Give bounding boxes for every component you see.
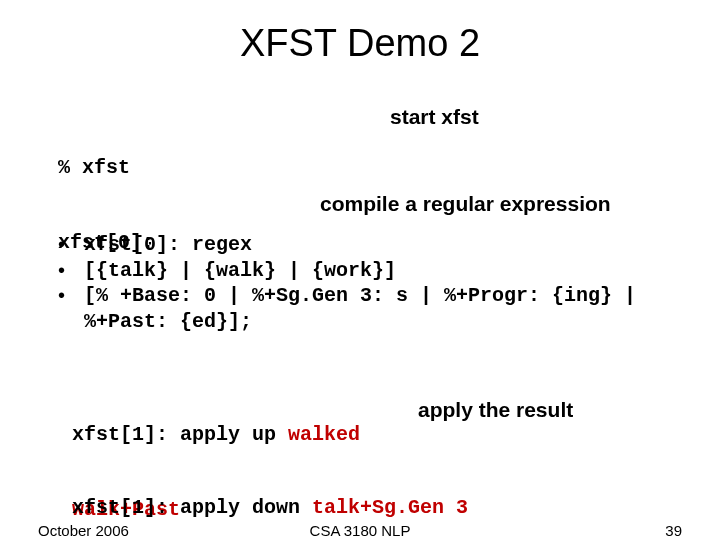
bullet-item: • [{talk} | {walk} | {work}] <box>58 258 678 284</box>
footer-course: CSA 3180 NLP <box>0 522 720 539</box>
bullet-list: • xfst[0]: regex • [{talk} | {walk} | {w… <box>58 232 678 334</box>
annotation-start: start xfst <box>390 105 479 129</box>
annotation-apply: apply the result <box>418 398 573 422</box>
bullet-text: [{talk} | {walk} | {work}] <box>84 258 396 284</box>
bullet-text: xfst[0]: regex <box>84 232 252 258</box>
slide: XFST Demo 2 % xfst xfst[0]: start xfst c… <box>0 0 720 540</box>
annotation-compile: compile a regular expression <box>320 192 611 216</box>
code-arg: walked <box>288 423 360 446</box>
slide-title: XFST Demo 2 <box>0 22 720 65</box>
bullet-text: [% +Base: 0 | %+Sg.Gen 3: s | %+Progr: {… <box>84 283 678 334</box>
code-line: xfst[1]: apply down talk+Sg.Gen 3 <box>72 495 468 520</box>
bullet-dot-icon: • <box>58 232 84 258</box>
bullet-item: • [% +Base: 0 | %+Sg.Gen 3: s | %+Progr:… <box>58 283 678 334</box>
bullet-item: • xfst[0]: regex <box>58 232 678 258</box>
footer-page-number: 39 <box>665 522 682 539</box>
code-arg: talk+Sg.Gen 3 <box>312 496 468 519</box>
bullet-dot-icon: • <box>58 283 84 334</box>
code-line: xfst[1]: apply up walked <box>72 422 360 447</box>
bullet-dot-icon: • <box>58 258 84 284</box>
code-line: % xfst <box>58 155 154 180</box>
